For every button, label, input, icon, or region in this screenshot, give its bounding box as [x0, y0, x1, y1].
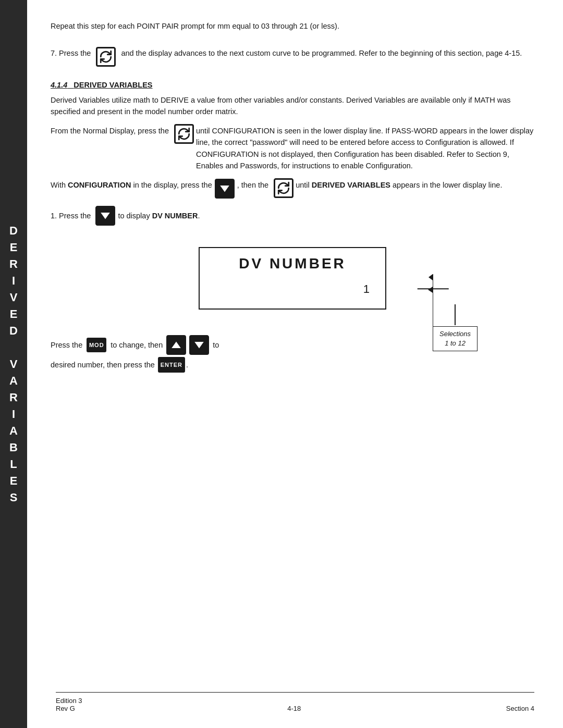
dv-number-section: DV NUMBER 1 Selectio [51, 237, 534, 320]
step-7-suffix: and the display advances to the next cus… [121, 48, 534, 59]
press-line-2: desired number, then press the ENTER . [51, 357, 534, 373]
step-1-prefix: 1. Press the [51, 210, 91, 221]
desired-label: desired number, then press the [51, 357, 155, 373]
arrow-down-icon-3 [189, 335, 209, 355]
mod-icon: MOD [87, 338, 106, 352]
sidebar-letter-e1: E [10, 241, 18, 254]
selections-callout: Selections 1 to 12 [433, 304, 478, 351]
rev-label: Rev G [56, 705, 82, 712]
svg-marker-2 [173, 342, 180, 348]
section-title: DERIVED VARIABLES [74, 81, 152, 89]
page: D E R I V E D _ V A R I A B L E S Repeat… [0, 0, 563, 728]
derived-para-1: Derived Variables utilize math to DERIVE… [51, 94, 534, 118]
edition-label: Edition 3 [56, 697, 82, 705]
sidebar-letter-s: S [10, 491, 18, 504]
svg-marker-0 [221, 186, 228, 191]
refresh-icon-2 [174, 124, 194, 144]
step-1: 1. Press the to display DV NUMBER. [51, 206, 534, 226]
top-paragraph: Repeat this step for each POINT PAIR pro… [51, 21, 534, 32]
config-prefix: From the Normal Display, press the [51, 125, 169, 137]
step-7-section: 7. Press the and the display advances to… [51, 48, 534, 68]
sidebar-letter-e3: E [10, 474, 18, 488]
arrowhead [428, 287, 433, 293]
sidebar-letter-r: R [9, 257, 18, 271]
sidebar: D E R I V E D _ V A R I A B L E S [0, 0, 27, 728]
sidebar-letter-i2: I [12, 408, 15, 421]
arrow-up-icon [166, 335, 186, 355]
arrow-down-icon-2 [95, 206, 115, 226]
enter-icon: ENTER [158, 357, 185, 373]
sidebar-letter-d2: D [9, 324, 18, 338]
sidebar-letter-b: B [9, 441, 18, 454]
selections-box: Selections 1 to 12 [433, 326, 478, 351]
sidebar-letter-v2: V [10, 357, 18, 371]
to-change-label: to change, then [111, 338, 163, 353]
to-label: to [213, 338, 219, 353]
main-content: Repeat this step for each POINT PAIR pro… [27, 0, 563, 728]
sidebar-letter-l: L [10, 458, 17, 471]
with-config-middle: , then the [237, 179, 268, 191]
section-number: 4.1.4 [51, 81, 67, 89]
selections-range: 1 to 12 [439, 339, 471, 348]
sidebar-letter-r2: R [9, 391, 18, 404]
config-suffix: until CONFIGURATION is seen in the lower… [196, 125, 534, 172]
svg-marker-1 [102, 213, 109, 218]
with-config-suffix: until DERIVED VARIABLES appears in the l… [296, 179, 502, 191]
dv-number-value: 1 [210, 282, 375, 296]
refresh-icon-1 [96, 47, 116, 67]
sidebar-letter-a: A [9, 374, 18, 388]
dv-number-title: DV NUMBER [210, 255, 375, 272]
dv-number-box: DV NUMBER 1 [199, 247, 386, 310]
dv-box-wrapper: DV NUMBER 1 Selectio [199, 237, 386, 320]
footer: Edition 3 Rev G 4-18 Section 4 [56, 692, 534, 712]
sidebar-letter-v1: V [10, 291, 18, 304]
with-config-para: With CONFIGURATION in the display, press… [51, 179, 534, 199]
period: . [186, 357, 188, 373]
sidebar-letter-a2: A [9, 424, 18, 438]
horizontal-arrow [429, 274, 433, 280]
arrow-down-icon-1 [215, 179, 235, 199]
config-para: From the Normal Display, press the until… [51, 125, 534, 172]
sidebar-letter-d: D [9, 224, 18, 238]
step-7-prefix: 7. Press the [51, 48, 91, 59]
section-heading: 4.1.4 DERIVED VARIABLES [51, 81, 534, 89]
sidebar-letter-i1: I [12, 274, 15, 288]
arrowhead-left [429, 274, 433, 280]
section-label: Section 4 [506, 705, 534, 712]
page-number: 4-18 [287, 705, 301, 712]
selections-label: Selections [439, 329, 471, 339]
sidebar-letter-e2: E [10, 307, 18, 321]
svg-marker-3 [195, 342, 203, 348]
press-the-label: Press the [51, 338, 82, 353]
footer-left: Edition 3 Rev G [56, 697, 82, 712]
refresh-icon-3 [274, 178, 293, 198]
step-1-suffix: to display DV NUMBER. [118, 210, 200, 221]
with-config-prefix: With CONFIGURATION in the display, press… [51, 179, 212, 191]
